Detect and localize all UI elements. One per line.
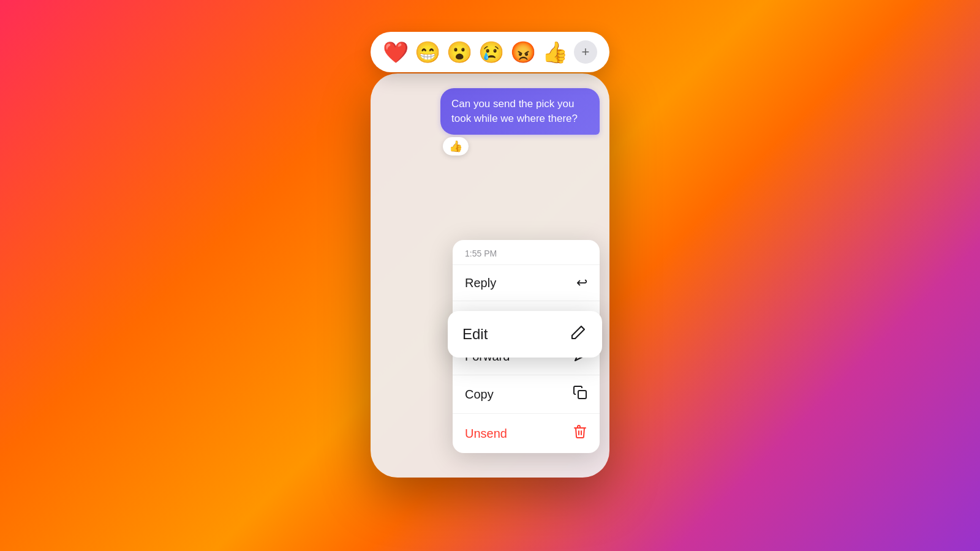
- menu-label-edit: Edit: [462, 326, 488, 343]
- phone-content: Can you send the pick you took while we …: [371, 73, 609, 478]
- menu-item-edit[interactable]: Edit: [448, 311, 602, 358]
- phone-frame: ❤️ 😁 😮 😢 😡 👍 + Can you send the pick you…: [371, 73, 609, 478]
- menu-label-unsend: Unsend: [465, 427, 507, 441]
- reaction-grin[interactable]: 😁: [415, 42, 440, 62]
- menu-item-unsend[interactable]: Unsend: [453, 414, 600, 453]
- message-reaction: 👍: [443, 137, 469, 156]
- copy-icon: [573, 385, 587, 403]
- context-menu-time: 1:55 PM: [453, 240, 600, 265]
- menu-label-copy: Copy: [465, 388, 494, 402]
- message-wrapper: Can you send the pick you took while we …: [440, 88, 600, 156]
- svg-rect-1: [578, 391, 586, 399]
- reaction-angry[interactable]: 😡: [510, 42, 536, 62]
- chat-area: Can you send the pick you took while we …: [371, 73, 609, 478]
- menu-item-copy[interactable]: Copy: [453, 375, 600, 414]
- reaction-thumbsup[interactable]: 👍: [542, 42, 568, 62]
- edit-icon: [569, 323, 587, 345]
- message-bubble: Can you send the pick you took while we …: [440, 88, 600, 135]
- reaction-heart[interactable]: ❤️: [383, 42, 409, 62]
- reply-icon: ↩: [576, 275, 587, 291]
- reaction-cry[interactable]: 😢: [478, 42, 504, 62]
- message-text: Can you send the pick you took while we …: [451, 98, 578, 124]
- reaction-surprised[interactable]: 😮: [447, 42, 472, 62]
- menu-item-reply[interactable]: Reply ↩: [453, 265, 600, 301]
- menu-label-reply: Reply: [465, 276, 496, 290]
- more-reactions-button[interactable]: +: [574, 40, 597, 64]
- reaction-bar: ❤️ 😁 😮 😢 😡 👍 +: [371, 32, 609, 72]
- unsend-icon: [573, 424, 587, 443]
